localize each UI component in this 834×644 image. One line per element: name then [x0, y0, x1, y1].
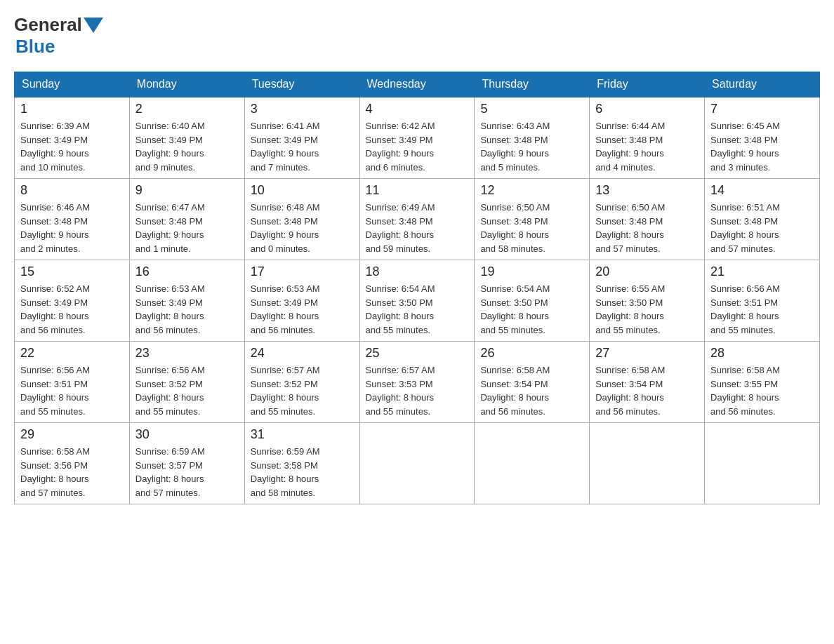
day-number: 11 — [366, 183, 469, 198]
day-number: 28 — [710, 346, 814, 361]
week-row-4: 22Sunrise: 6:56 AMSunset: 3:51 PMDayligh… — [15, 342, 820, 423]
day-number: 22 — [20, 346, 124, 361]
weekday-header-tuesday: Tuesday — [244, 72, 359, 98]
day-info: Sunrise: 6:53 AMSunset: 3:49 PMDaylight:… — [135, 282, 239, 337]
day-number: 12 — [480, 183, 583, 198]
day-number: 26 — [480, 346, 583, 361]
day-info: Sunrise: 6:58 AMSunset: 3:55 PMDaylight:… — [710, 363, 814, 418]
empty-cell — [359, 423, 475, 504]
day-number: 4 — [366, 102, 469, 116]
day-info: Sunrise: 6:58 AMSunset: 3:56 PMDaylight:… — [20, 445, 124, 499]
day-cell-30: 30Sunrise: 6:59 AMSunset: 3:57 PMDayligh… — [129, 423, 244, 504]
day-info: Sunrise: 6:40 AMSunset: 3:49 PMDaylight:… — [135, 119, 239, 174]
week-row-3: 15Sunrise: 6:52 AMSunset: 3:49 PMDayligh… — [15, 260, 820, 342]
day-number: 16 — [135, 264, 239, 279]
day-cell-28: 28Sunrise: 6:58 AMSunset: 3:55 PMDayligh… — [705, 342, 820, 423]
week-row-1: 1Sunrise: 6:39 AMSunset: 3:49 PMDaylight… — [15, 97, 820, 179]
day-info: Sunrise: 6:45 AMSunset: 3:48 PMDaylight:… — [710, 119, 814, 174]
page-header: General Blue — [14, 14, 820, 58]
day-cell-14: 14Sunrise: 6:51 AMSunset: 3:48 PMDayligh… — [705, 179, 820, 260]
day-cell-18: 18Sunrise: 6:54 AMSunset: 3:50 PMDayligh… — [359, 260, 475, 342]
day-info: Sunrise: 6:54 AMSunset: 3:50 PMDaylight:… — [480, 282, 583, 337]
day-info: Sunrise: 6:55 AMSunset: 3:50 PMDaylight:… — [595, 282, 699, 337]
day-cell-22: 22Sunrise: 6:56 AMSunset: 3:51 PMDayligh… — [15, 342, 130, 423]
day-cell-23: 23Sunrise: 6:56 AMSunset: 3:52 PMDayligh… — [129, 342, 244, 423]
day-cell-16: 16Sunrise: 6:53 AMSunset: 3:49 PMDayligh… — [129, 260, 244, 342]
day-number: 29 — [20, 427, 124, 442]
day-cell-17: 17Sunrise: 6:53 AMSunset: 3:49 PMDayligh… — [244, 260, 359, 342]
day-cell-4: 4Sunrise: 6:42 AMSunset: 3:49 PMDaylight… — [359, 97, 475, 179]
empty-cell — [590, 423, 705, 504]
day-cell-8: 8Sunrise: 6:46 AMSunset: 3:48 PMDaylight… — [15, 179, 130, 260]
empty-cell — [475, 423, 590, 504]
day-number: 10 — [251, 183, 354, 198]
day-cell-5: 5Sunrise: 6:43 AMSunset: 3:48 PMDaylight… — [475, 97, 590, 179]
day-cell-12: 12Sunrise: 6:50 AMSunset: 3:48 PMDayligh… — [475, 179, 590, 260]
day-cell-13: 13Sunrise: 6:50 AMSunset: 3:48 PMDayligh… — [590, 179, 705, 260]
day-number: 30 — [135, 427, 239, 442]
day-cell-27: 27Sunrise: 6:58 AMSunset: 3:54 PMDayligh… — [590, 342, 705, 423]
weekday-header-thursday: Thursday — [475, 72, 590, 98]
day-cell-1: 1Sunrise: 6:39 AMSunset: 3:49 PMDaylight… — [15, 97, 130, 179]
logo-triangle-icon — [84, 18, 103, 33]
day-number: 2 — [135, 102, 239, 116]
day-cell-9: 9Sunrise: 6:47 AMSunset: 3:48 PMDaylight… — [129, 179, 244, 260]
day-cell-25: 25Sunrise: 6:57 AMSunset: 3:53 PMDayligh… — [359, 342, 475, 423]
day-number: 19 — [480, 264, 583, 279]
day-info: Sunrise: 6:43 AMSunset: 3:48 PMDaylight:… — [480, 119, 583, 174]
day-cell-20: 20Sunrise: 6:55 AMSunset: 3:50 PMDayligh… — [590, 260, 705, 342]
day-cell-7: 7Sunrise: 6:45 AMSunset: 3:48 PMDaylight… — [705, 97, 820, 179]
day-info: Sunrise: 6:50 AMSunset: 3:48 PMDaylight:… — [595, 201, 699, 255]
day-number: 7 — [710, 102, 814, 116]
day-number: 15 — [20, 264, 124, 279]
day-info: Sunrise: 6:46 AMSunset: 3:48 PMDaylight:… — [20, 201, 124, 255]
weekday-header-friday: Friday — [590, 72, 705, 98]
day-info: Sunrise: 6:59 AMSunset: 3:57 PMDaylight:… — [135, 445, 239, 499]
day-cell-31: 31Sunrise: 6:59 AMSunset: 3:58 PMDayligh… — [244, 423, 359, 504]
day-info: Sunrise: 6:56 AMSunset: 3:51 PMDaylight:… — [710, 282, 814, 337]
day-number: 1 — [20, 102, 124, 116]
day-cell-10: 10Sunrise: 6:48 AMSunset: 3:48 PMDayligh… — [244, 179, 359, 260]
weekday-header-row: SundayMondayTuesdayWednesdayThursdayFrid… — [15, 72, 820, 98]
day-info: Sunrise: 6:59 AMSunset: 3:58 PMDaylight:… — [251, 445, 354, 499]
day-cell-15: 15Sunrise: 6:52 AMSunset: 3:49 PMDayligh… — [15, 260, 130, 342]
day-cell-29: 29Sunrise: 6:58 AMSunset: 3:56 PMDayligh… — [15, 423, 130, 504]
day-number: 18 — [366, 264, 469, 279]
calendar-table: SundayMondayTuesdayWednesdayThursdayFrid… — [14, 72, 820, 504]
weekday-header-saturday: Saturday — [705, 72, 820, 98]
day-cell-21: 21Sunrise: 6:56 AMSunset: 3:51 PMDayligh… — [705, 260, 820, 342]
logo-blue-text: Blue — [15, 36, 55, 57]
day-info: Sunrise: 6:57 AMSunset: 3:52 PMDaylight:… — [251, 363, 354, 418]
day-number: 9 — [135, 183, 239, 198]
day-cell-3: 3Sunrise: 6:41 AMSunset: 3:49 PMDaylight… — [244, 97, 359, 179]
logo: General Blue — [14, 14, 105, 58]
weekday-header-sunday: Sunday — [15, 72, 130, 98]
week-row-2: 8Sunrise: 6:46 AMSunset: 3:48 PMDaylight… — [15, 179, 820, 260]
day-cell-11: 11Sunrise: 6:49 AMSunset: 3:48 PMDayligh… — [359, 179, 475, 260]
day-info: Sunrise: 6:50 AMSunset: 3:48 PMDaylight:… — [480, 201, 583, 255]
logo-general-text: General — [14, 14, 82, 36]
day-cell-19: 19Sunrise: 6:54 AMSunset: 3:50 PMDayligh… — [475, 260, 590, 342]
day-info: Sunrise: 6:47 AMSunset: 3:48 PMDaylight:… — [135, 201, 239, 255]
day-number: 13 — [595, 183, 699, 198]
day-number: 8 — [20, 183, 124, 198]
day-info: Sunrise: 6:54 AMSunset: 3:50 PMDaylight:… — [366, 282, 469, 337]
day-info: Sunrise: 6:58 AMSunset: 3:54 PMDaylight:… — [595, 363, 699, 418]
day-info: Sunrise: 6:49 AMSunset: 3:48 PMDaylight:… — [366, 201, 469, 255]
day-info: Sunrise: 6:44 AMSunset: 3:48 PMDaylight:… — [595, 119, 699, 174]
day-info: Sunrise: 6:51 AMSunset: 3:48 PMDaylight:… — [710, 201, 814, 255]
day-number: 3 — [251, 102, 354, 116]
day-cell-26: 26Sunrise: 6:58 AMSunset: 3:54 PMDayligh… — [475, 342, 590, 423]
weekday-header-wednesday: Wednesday — [359, 72, 475, 98]
day-info: Sunrise: 6:41 AMSunset: 3:49 PMDaylight:… — [251, 119, 354, 174]
day-number: 21 — [710, 264, 814, 279]
day-info: Sunrise: 6:56 AMSunset: 3:51 PMDaylight:… — [20, 363, 124, 418]
day-info: Sunrise: 6:39 AMSunset: 3:49 PMDaylight:… — [20, 119, 124, 174]
day-cell-24: 24Sunrise: 6:57 AMSunset: 3:52 PMDayligh… — [244, 342, 359, 423]
day-info: Sunrise: 6:58 AMSunset: 3:54 PMDaylight:… — [480, 363, 583, 418]
day-number: 31 — [251, 427, 354, 442]
day-number: 5 — [480, 102, 583, 116]
day-number: 17 — [251, 264, 354, 279]
day-info: Sunrise: 6:48 AMSunset: 3:48 PMDaylight:… — [251, 201, 354, 255]
week-row-5: 29Sunrise: 6:58 AMSunset: 3:56 PMDayligh… — [15, 423, 820, 504]
